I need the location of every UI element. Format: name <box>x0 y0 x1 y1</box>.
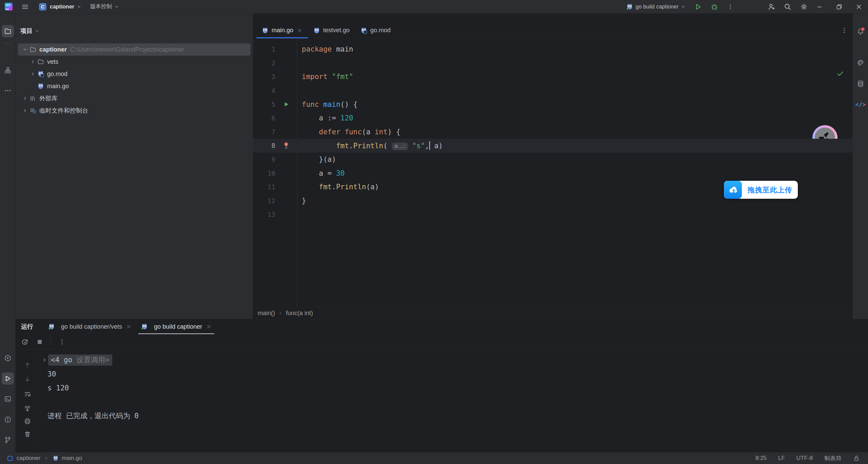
chevron-down-icon[interactable] <box>35 29 39 33</box>
run-button[interactable] <box>694 3 702 11</box>
services-tool-window-button[interactable] <box>2 352 14 364</box>
caret-position[interactable]: 8:25 <box>755 455 767 462</box>
gopher-icon <box>262 27 269 34</box>
editor-tab-go.mod[interactable]: go.mod <box>355 23 396 38</box>
editor-tab-main.go[interactable]: main.go <box>256 23 308 38</box>
next-occurrence-down-icon[interactable] <box>24 375 31 383</box>
indent-style[interactable]: 制表符 <box>824 455 842 462</box>
ai-assistant-icon[interactable] <box>854 57 867 69</box>
chevron-right-icon <box>44 456 48 460</box>
code-text: defer func(a int) { <box>302 128 400 136</box>
status-file-name[interactable]: main.go <box>62 455 82 462</box>
code-line-5[interactable]: 5func main() { <box>253 97 852 111</box>
notifications-bell-icon[interactable] <box>854 25 867 38</box>
code-editor[interactable]: 拖拽至此上传 1package main23import "fmt"45func… <box>253 38 852 307</box>
folded-command-region[interactable]: <4 go 设置调用> <box>48 354 112 366</box>
code-line-10[interactable]: 10 a = 30 <box>253 166 852 180</box>
main-menu-hamburger-icon[interactable] <box>21 3 29 11</box>
endpoints-html-tag-icon[interactable]: </> <box>854 98 867 111</box>
settings-gear-icon[interactable] <box>800 3 808 11</box>
breadcrumb-item[interactable]: main() <box>258 310 275 317</box>
token <box>302 128 319 136</box>
line-separator[interactable]: LF <box>778 455 785 462</box>
code-line-6[interactable]: 6 a := 120 <box>253 111 852 125</box>
line-number: 4 <box>253 87 275 94</box>
clear-console-trash-icon[interactable] <box>24 430 31 438</box>
project-tree: captionerC:\Users\meowr\GolandProjects\c… <box>16 43 253 117</box>
token: (a) <box>366 183 379 191</box>
code-line-1[interactable]: 1package main <box>253 42 852 56</box>
window-minimize-button[interactable] <box>812 0 827 14</box>
tree-item-vets[interactable]: vets <box>18 56 251 68</box>
tree-item-临时文件和控制台[interactable]: 临时文件和控制台 <box>18 104 251 117</box>
chevron-right-icon[interactable] <box>21 96 29 101</box>
breadcrumb-item[interactable]: func(a int) <box>286 310 313 317</box>
vcs-widget[interactable]: 版本控制 <box>90 3 112 10</box>
intention-bulb-icon[interactable]: ! <box>275 142 297 149</box>
chevron-right-icon[interactable] <box>28 72 37 76</box>
code-line-4[interactable]: 4 <box>253 84 852 98</box>
project-tool-window-button[interactable] <box>2 25 14 37</box>
code-line-11[interactable]: 11 fmt.Println(a) <box>253 180 852 194</box>
tree-item-go.mod[interactable]: go.mod <box>18 68 251 80</box>
run-line-icon[interactable] <box>275 101 297 107</box>
chevron-down-icon[interactable] <box>21 47 29 52</box>
rerun-button[interactable] <box>21 338 28 346</box>
chevron-right-icon[interactable] <box>21 108 29 113</box>
tree-item-main.go[interactable]: main.go <box>18 80 251 92</box>
code-line-2[interactable]: 2 <box>253 56 852 70</box>
chevron-down-icon[interactable] <box>114 4 119 9</box>
run-tool-window-title[interactable]: 运行 <box>21 323 33 331</box>
editor-tab-testvet.go[interactable]: testvet.go <box>308 23 355 38</box>
unlock-icon[interactable] <box>853 455 860 462</box>
console-command-line: <4 go 设置调用> <box>40 353 868 367</box>
status-project-name[interactable]: captioner <box>17 455 40 462</box>
more-actions-kebab-icon[interactable] <box>727 3 734 10</box>
code-line-3[interactable]: 3import "fmt" <box>253 70 852 84</box>
stop-button[interactable] <box>36 338 43 346</box>
tree-item-外部库[interactable]: 外部库 <box>18 92 251 104</box>
goland-window: { "colors": { "accent":"#3574F0", "run_g… <box>0 0 868 464</box>
run-configuration-widget[interactable]: go build captioner <box>626 3 686 10</box>
project-widget[interactable]: captioner <box>50 4 74 10</box>
structure-tool-window-button[interactable] <box>2 64 14 76</box>
more-tool-windows-button[interactable] <box>2 84 14 97</box>
close-tab-icon[interactable] <box>297 28 302 33</box>
chevron-right-icon[interactable] <box>28 59 37 64</box>
search-everywhere-icon[interactable] <box>784 3 791 11</box>
chevron-down-icon[interactable] <box>77 4 81 9</box>
project-panel-title[interactable]: 项目 <box>20 27 33 35</box>
file-encoding[interactable]: UTF-8 <box>796 455 813 462</box>
token: (a <box>362 128 375 136</box>
token: () { <box>340 100 358 109</box>
window-restore-button[interactable] <box>831 0 847 14</box>
close-tab-icon[interactable] <box>206 324 212 329</box>
code-line-13[interactable]: 13 <box>253 208 852 221</box>
code-line-8[interactable]: 8! fmt.Println( a…: "s", a) <box>253 139 852 153</box>
terminal-tool-window-button[interactable] <box>2 393 14 405</box>
run-options-kebab-icon[interactable] <box>59 339 65 345</box>
code-line-7[interactable]: 7 defer func(a int) { <box>253 125 852 139</box>
soft-wrap-icon[interactable] <box>24 390 31 398</box>
print-icon[interactable] <box>24 418 31 425</box>
run-tab-go build captioner/vets[interactable]: go build captioner/vets <box>43 319 136 334</box>
fold-expand-chevron-icon[interactable] <box>41 357 47 363</box>
close-tab-icon[interactable] <box>126 324 132 329</box>
code-line-9[interactable]: 9 }(a) <box>253 153 852 167</box>
code-line-12[interactable]: 12} <box>253 194 852 208</box>
project-icon[interactable]: C <box>39 3 46 11</box>
run-tab-go build captioner[interactable]: go build captioner <box>136 319 216 334</box>
tree-item-captioner-root[interactable]: captionerC:\Users\meowr\GolandProjects\c… <box>18 43 251 56</box>
prev-occurrence-up-icon[interactable] <box>24 361 31 369</box>
debug-button[interactable] <box>711 3 718 11</box>
problems-tool-window-button[interactable] <box>2 413 14 426</box>
code-text: a := 120 <box>302 114 353 122</box>
git-tool-window-button[interactable] <box>2 434 14 446</box>
scroll-to-end-icon[interactable] <box>24 405 31 412</box>
run-console-output[interactable]: <4 go 设置调用> 30s 120进程 已完成，退出代码为 0 <box>40 350 868 452</box>
code-with-me-user-add-icon[interactable] <box>768 3 775 11</box>
editor-options-kebab-icon[interactable] <box>841 27 848 34</box>
run-tool-window-button[interactable] <box>2 372 14 385</box>
database-tool-window-button[interactable] <box>854 78 867 90</box>
window-close-button[interactable] <box>851 0 867 14</box>
